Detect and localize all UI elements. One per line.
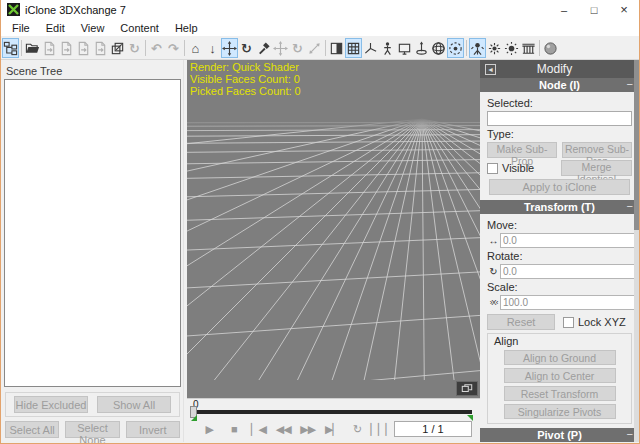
type-label: Type: — [487, 128, 632, 140]
redo-icon[interactable]: ↷ — [165, 38, 182, 58]
update-icon[interactable]: ↻ — [126, 38, 143, 58]
modify-scrollbar[interactable] — [634, 60, 639, 442]
rotate-object-icon[interactable]: ↻ — [289, 38, 306, 58]
scale-x-field[interactable] — [500, 295, 636, 310]
axis-display-icon[interactable] — [362, 38, 379, 58]
singularize-pivots-button[interactable]: Singularize Pivots — [504, 404, 616, 419]
first-frame-button[interactable]: ▏◀ — [246, 423, 271, 436]
move-tool-icon[interactable] — [221, 38, 238, 58]
lock-xyz-checkbox[interactable] — [563, 317, 574, 328]
invert-button[interactable]: Invert — [126, 421, 180, 438]
undo-icon[interactable]: ↶ — [148, 38, 165, 58]
move-object-icon[interactable] — [272, 38, 289, 58]
scrollbar-thumb[interactable] — [634, 60, 639, 230]
menu-edit[interactable]: Edit — [38, 20, 73, 36]
pivot-collapse-icon[interactable]: − — [627, 428, 633, 440]
stop-button[interactable]: ■ — [222, 423, 247, 435]
selected-node-field[interactable] — [487, 111, 632, 126]
lock-xyz-label: Lock XYZ — [578, 316, 626, 328]
rotate-x-field[interactable] — [500, 264, 636, 279]
restore-icon — [461, 383, 473, 394]
open-file-icon[interactable] — [24, 38, 41, 58]
scale-x-spinner: ›X‹▴▾ — [487, 295, 639, 310]
hide-excluded-button[interactable]: Hide Excluded — [14, 396, 88, 413]
node-collapse-icon[interactable]: − — [627, 78, 633, 90]
menu-help[interactable]: Help — [167, 20, 206, 36]
ambient-light-icon[interactable] — [503, 38, 520, 58]
camera-orbit-icon[interactable] — [447, 38, 464, 58]
pivot-display-icon[interactable] — [413, 38, 430, 58]
modify-panel: ◄ Modify Node (I) − Selected: Type: Make… — [480, 60, 639, 442]
align-to-ground-button[interactable]: Align to Ground — [504, 350, 616, 365]
export-file-icon-2[interactable] — [58, 38, 75, 58]
rotate-x-icon: ↻ — [487, 266, 500, 277]
play-button[interactable]: ▶ — [197, 423, 222, 436]
figure-display-icon[interactable] — [379, 38, 396, 58]
next-frame-button[interactable]: ▶▶ — [296, 423, 321, 436]
node-section-body: Selected: Type: Make Sub-Prop Remove Sub… — [480, 92, 639, 200]
viewport-overlay: Render: Quick Shader Visible Faces Count… — [190, 61, 301, 97]
reset-transform-button[interactable]: Reset Transform — [504, 386, 616, 401]
last-frame-button[interactable]: ▶▏ — [320, 423, 345, 436]
export-file-icon-4[interactable] — [92, 38, 109, 58]
prev-frame-button[interactable]: ◀◀ — [271, 423, 296, 436]
show-all-button[interactable]: Show All — [97, 396, 171, 413]
textures-icon[interactable] — [109, 38, 126, 58]
stage-icon[interactable] — [520, 38, 537, 58]
home-view-icon[interactable]: ⌂ — [187, 38, 204, 58]
node-section-header[interactable]: Node (I) − — [480, 78, 639, 92]
image-plane-icon[interactable] — [396, 38, 413, 58]
material-ball-icon[interactable] — [542, 38, 559, 58]
maximize-button[interactable]: □ — [579, 0, 609, 19]
scale-object-icon[interactable] — [306, 38, 323, 58]
scene-tree-list[interactable] — [4, 79, 181, 387]
pivot-section: Pivot (P) − Pivot Center Edit Pivot Bott… — [480, 428, 639, 442]
toolbar-separator — [21, 40, 22, 56]
rotate-tool-icon[interactable]: ↻ — [238, 38, 255, 58]
menu-content[interactable]: Content — [112, 20, 167, 36]
select-all-button[interactable]: Select All — [5, 421, 59, 438]
point-light-icon[interactable] — [486, 38, 503, 58]
loop-button[interactable]: ↻ — [345, 423, 370, 436]
visible-checkbox[interactable] — [487, 163, 498, 174]
move-x-field[interactable] — [500, 233, 636, 248]
export-file-icon-1[interactable] — [41, 38, 58, 58]
transform-group-label: Scale: — [487, 281, 632, 293]
pick-tool-icon[interactable] — [255, 38, 272, 58]
transform-section-body: Move:↔▴▾↓▴▾↕▴▾Rotate:↻▴▾↺▴▾↻▴▾Scale:›X‹▴… — [480, 214, 639, 428]
wireframe-globe-icon[interactable] — [430, 38, 447, 58]
align-to-center-button[interactable]: Align to Center — [504, 368, 616, 383]
toolbar-separator — [184, 40, 185, 56]
remove-sub-prop-button[interactable]: Remove Sub-Prop — [562, 142, 632, 158]
export-file-icon-3[interactable] — [75, 38, 92, 58]
scene-tree-icon[interactable] — [2, 38, 19, 58]
transform-collapse-icon[interactable]: − — [627, 200, 633, 212]
align-title: Align — [494, 335, 625, 347]
drop-to-ground-icon[interactable]: ↓ — [204, 38, 221, 58]
visible-label: Visible — [502, 162, 534, 174]
menu-view[interactable]: View — [73, 20, 113, 36]
spot-light-icon[interactable] — [469, 38, 486, 58]
background-toggle-icon[interactable] — [328, 38, 345, 58]
select-none-button[interactable]: Select None — [65, 421, 119, 438]
minimize-button[interactable]: – — [549, 0, 579, 19]
toolbar-separator — [145, 40, 146, 56]
dock-panel-icon[interactable]: ◄ — [485, 64, 496, 75]
close-button[interactable]: × — [609, 0, 639, 19]
playback-bar: 0 ▶■▏◀◀◀▶▶▶▏↻▏▏▏1 / 1 — [187, 398, 480, 442]
transform-group-label: Move: — [487, 219, 632, 231]
maximize-viewport-button[interactable] — [456, 381, 478, 396]
merge-identical-button[interactable]: Merge Identical — [561, 160, 632, 176]
viewport-3d[interactable]: Render: Quick Shader Visible Faces Count… — [187, 60, 480, 398]
grid-toggle-icon[interactable] — [345, 38, 362, 58]
apply-to-iclone-button[interactable]: Apply to iClone — [489, 179, 630, 195]
menu-file[interactable]: File — [4, 20, 38, 36]
pivot-section-header[interactable]: Pivot (P) − — [480, 428, 639, 442]
timeline-track[interactable] — [192, 410, 472, 414]
pivot-section-title: Pivot (P) — [537, 429, 582, 441]
toolbar-separator — [325, 40, 326, 56]
reset-button[interactable]: Reset — [487, 314, 555, 330]
transform-section-header[interactable]: Transform (T) − — [480, 200, 639, 214]
speed-button[interactable]: ▏▏▏ — [369, 423, 394, 436]
make-sub-prop-button[interactable]: Make Sub-Prop — [487, 142, 557, 158]
